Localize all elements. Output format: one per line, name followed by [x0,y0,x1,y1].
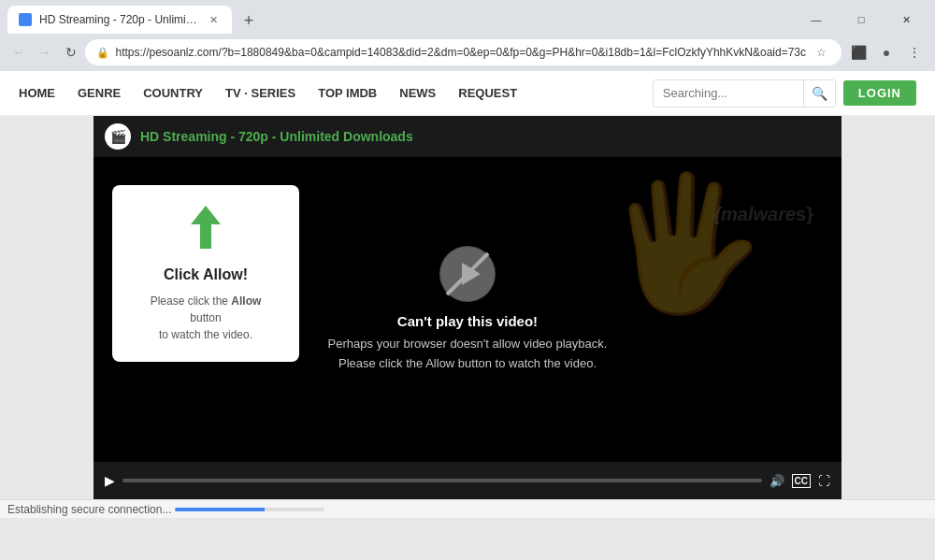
svg-marker-3 [191,206,221,249]
site-navigation: HOME GENRE COUNTRY TV · SERIES TOP IMDb … [0,71,935,116]
video-controls: ▶ 🔊 CC ⛶ [94,462,842,499]
popup-text-bold: Allow [231,294,261,308]
nav-top-imdb[interactable]: TOP IMDb [318,86,377,100]
minimize-button[interactable]: — [795,6,838,34]
secure-icon: 🔒 [96,47,109,59]
window-controls: — □ ✕ [795,6,928,34]
search-input[interactable] [654,82,803,104]
nav-request[interactable]: REQUEST [458,86,517,100]
maximize-button[interactable]: □ [840,6,883,34]
play-blocked-icon [439,246,496,302]
popup-text-after: buttonto watch the video. [159,311,252,341]
tab-title: HD Streaming - 720p - Unlimite... [39,13,198,26]
tab-bar: HD Streaming - 720p - Unlimite... ✕ + [7,6,795,34]
popup-title: Click Allow! [135,266,277,283]
cant-play-message: Can't play this video! Perhaps your brow… [328,246,608,374]
cant-play-line1: Perhaps your browser doesn't allow video… [328,335,608,354]
status-progress-bar [175,508,324,511]
cc-button[interactable]: CC [792,474,811,488]
video-title: HD Streaming - 720p - Unlimited Download… [140,129,413,144]
close-button[interactable]: ✕ [885,6,928,34]
site-nav-links: HOME GENRE COUNTRY TV · SERIES TOP IMDb … [19,86,517,100]
more-options-icon[interactable]: ⋮ [901,39,928,65]
back-button[interactable]: ← [7,39,30,65]
watermark: {malwares} [713,204,813,225]
address-actions: ☆ [812,43,830,62]
video-container: 🎬 HD Streaming - 720p - Unlimited Downlo… [94,116,842,499]
popup-text-before: Please click the [151,294,232,308]
fullscreen-button[interactable]: ⛶ [818,474,830,488]
video-header: 🎬 HD Streaming - 720p - Unlimited Downlo… [94,116,842,157]
nav-news[interactable]: NEWS [399,86,436,100]
status-progress-fill [175,508,265,511]
status-bar: Establishing secure connection... [0,499,935,518]
volume-icon[interactable]: 🔊 [770,474,784,488]
cant-play-title: Can't play this video! [328,313,608,329]
video-main: 🖐 {malwares} Can't pl [94,157,842,462]
tab-favicon [19,13,32,26]
browser-tab[interactable]: HD Streaming - 720p - Unlimite... ✕ [7,6,232,34]
address-bar[interactable]: 🔒 https://pesoanlz.com/?b=1880849&ba=0&c… [85,39,842,65]
nav-genre[interactable]: GENRE [78,86,121,100]
site-nav-right: 🔍 LOGIN [653,79,916,108]
arrow-up-icon [135,204,277,259]
title-bar: HD Streaming - 720p - Unlimite... ✕ + — … [0,0,935,34]
browser-window: HD Streaming - 720p - Unlimite... ✕ + — … [0,0,935,518]
forward-button[interactable]: → [34,39,56,65]
browser-extra-buttons: ⬛ ● ⋮ [845,39,928,65]
new-tab-button[interactable]: + [236,7,262,34]
address-text: https://pesoanlz.com/?b=1880849&ba=0&cam… [115,46,806,59]
video-logo: 🎬 [105,123,131,150]
extensions-icon[interactable]: ⬛ [845,39,871,65]
nav-country[interactable]: COUNTRY [143,86,203,100]
nav-home[interactable]: HOME [19,86,55,100]
website-content: HOME GENRE COUNTRY TV · SERIES TOP IMDb … [0,71,935,499]
play-button[interactable]: ▶ [105,473,115,488]
video-player-wrapper: 🎬 HD Streaming - 720p - Unlimited Downlo… [94,116,842,499]
navigation-bar: ← → ↻ 🔒 https://pesoanlz.com/?b=1880849&… [0,34,935,71]
popup-text: Please click the Allow buttonto watch th… [135,293,277,343]
video-logo-icon: 🎬 [110,129,126,144]
login-button[interactable]: LOGIN [843,80,916,106]
status-text: Establishing secure connection... [7,503,171,516]
tab-close-button[interactable]: ✕ [206,12,221,27]
click-allow-popup: Click Allow! Please click the Allow butt… [112,185,299,362]
cant-play-line2: Please click the Allow button to watch t… [328,354,608,374]
search-button[interactable]: 🔍 [803,80,835,107]
search-box: 🔍 [653,79,836,108]
nav-tv-series[interactable]: TV · SERIES [225,86,295,100]
progress-bar[interactable] [122,479,762,482]
bg-hand-decoration: 🖐 [603,166,767,321]
reload-button[interactable]: ↻ [60,39,82,65]
bookmark-icon[interactable]: ☆ [812,43,830,62]
profile-icon[interactable]: ● [873,39,899,65]
